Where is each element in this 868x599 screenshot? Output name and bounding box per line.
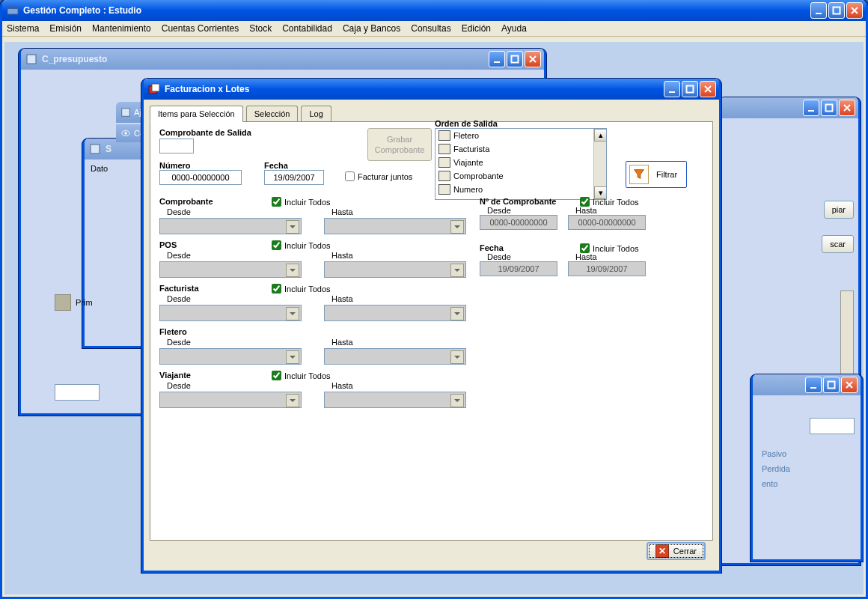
combo-comprobante-desde[interactable] <box>159 218 302 234</box>
batch-icon <box>148 83 160 95</box>
label-facturar-juntos: Facturar juntos <box>358 172 412 181</box>
label-ento: ento <box>762 479 777 488</box>
s-button-label: Prim <box>76 298 93 307</box>
presupuesto-titlebar[interactable]: C_presupuesto <box>21 49 544 70</box>
checkbox-icon[interactable] <box>438 144 450 154</box>
label-filter-fletero: Fletero <box>159 327 187 336</box>
svg-rect-3 <box>834 7 840 14</box>
menu-emision[interactable]: Emisión <box>49 23 82 34</box>
form-icon <box>89 143 101 155</box>
combo-viajante-desde[interactable] <box>159 392 302 408</box>
input-fecha-hasta[interactable] <box>568 261 646 276</box>
combo-pos-hasta[interactable] <box>324 261 466 278</box>
lotes-maximize-button[interactable] <box>682 81 698 97</box>
checkbox-icon[interactable] <box>438 130 450 141</box>
label-perdida: Perdida <box>762 464 790 473</box>
label-hasta: Hasta <box>331 207 466 216</box>
menu-mantenimiento[interactable]: Mantenimiento <box>92 23 151 34</box>
svg-rect-10 <box>810 387 816 389</box>
right-close-button[interactable] <box>839 100 855 116</box>
menu-ayuda[interactable]: Ayuda <box>501 23 527 34</box>
svg-rect-18 <box>687 86 694 93</box>
menu-cuentas-corrientes[interactable]: Cuentas Corrientes <box>162 23 239 34</box>
combo-fletero-desde[interactable] <box>159 348 302 365</box>
right2-maximize-button[interactable] <box>823 377 840 393</box>
input-fecha-desde[interactable] <box>480 261 557 276</box>
right2-minimize-button[interactable] <box>805 377 822 393</box>
eye-icon <box>120 128 131 139</box>
svg-rect-16 <box>152 84 159 91</box>
presupuesto-minimize-button[interactable] <box>489 51 505 67</box>
main-minimize-button[interactable] <box>810 2 827 19</box>
menu-caja-bancos[interactable]: Caja y Bancos <box>343 23 400 34</box>
label-pasivo: Pasivo <box>762 449 786 458</box>
label-orden-salida: Orden de Salida <box>435 119 607 128</box>
lotes-minimize-button[interactable] <box>664 81 680 97</box>
listbox-orden-salida[interactable]: Fletero Facturista Viajante Comprobante … <box>435 128 607 200</box>
combo-fletero-hasta[interactable] <box>324 348 466 365</box>
label-desde: Desde <box>167 207 302 216</box>
right2-input[interactable] <box>810 418 855 434</box>
cerrar-button[interactable]: ✕ Cerrar <box>647 542 706 560</box>
scroll-up-button[interactable]: ▴ <box>594 129 607 142</box>
main-titlebar: Gestión Completo : Estudio <box>2 0 866 21</box>
presupuesto-maximize-button[interactable] <box>507 51 523 67</box>
checkbox-icon[interactable] <box>438 171 450 181</box>
tab-seleccion[interactable]: Selección <box>246 106 299 122</box>
combo-facturista-desde[interactable] <box>159 305 302 321</box>
menu-contabilidad[interactable]: Contabilidad <box>282 23 332 34</box>
buscar-button-peek[interactable]: scar <box>822 235 854 253</box>
checkbox-incluir-viajante[interactable] <box>272 371 281 380</box>
input-comprobante-salida[interactable] <box>159 139 194 153</box>
checkbox-incluir-facturista[interactable] <box>272 284 281 294</box>
combo-comprobante-hasta[interactable] <box>324 218 466 234</box>
list-item: Comprobante <box>435 169 606 183</box>
tab-items[interactable]: Items para Selección <box>150 106 243 122</box>
combo-pos-desde[interactable] <box>159 261 302 278</box>
combo-viajante-hasta[interactable] <box>324 392 466 408</box>
svg-rect-7 <box>91 145 100 153</box>
right-maximize-button[interactable] <box>821 100 837 116</box>
menu-stock[interactable]: Stock <box>249 23 272 34</box>
label-filter-comprobante: Comprobante <box>159 197 213 206</box>
checkbox-incluir-comprobante[interactable] <box>272 197 281 207</box>
menu-sistema[interactable]: Sistema <box>7 23 39 34</box>
form-icon <box>25 53 37 65</box>
right2-close-button[interactable] <box>841 377 858 393</box>
svg-rect-8 <box>808 110 814 112</box>
menu-edicion[interactable]: Edición <box>462 23 491 34</box>
checkbox-incluir-fecha[interactable] <box>580 243 590 253</box>
svg-rect-9 <box>826 105 833 112</box>
input-fecha[interactable] <box>264 170 324 185</box>
input-numcomp-hasta[interactable] <box>568 215 646 230</box>
tab-log[interactable]: Log <box>301 106 331 122</box>
scrollbar[interactable]: ▴ ▾ <box>593 129 606 199</box>
filter-icon <box>629 165 649 184</box>
right-titlebar[interactable] <box>721 97 858 118</box>
svg-rect-4 <box>27 55 36 64</box>
input-numero[interactable] <box>159 170 242 185</box>
checkbox-icon[interactable] <box>438 157 450 168</box>
presupuesto-close-button[interactable] <box>525 51 541 67</box>
list-item: Fletero <box>435 129 606 142</box>
input-numcomp-desde[interactable] <box>480 215 557 230</box>
lotes-close-button[interactable] <box>700 81 716 97</box>
copiar-button-peek[interactable]: piar <box>824 201 854 219</box>
checkbox-icon[interactable] <box>438 184 450 195</box>
menu-consultas[interactable]: Consultas <box>411 23 450 34</box>
right-minimize-button[interactable] <box>803 100 819 116</box>
checkbox-facturar-juntos[interactable] <box>345 171 355 181</box>
filtrar-button[interactable]: Filtrar <box>626 161 687 188</box>
lotes-titlebar: Facturacion x Lotes <box>144 79 719 100</box>
primary-color-swatch[interactable] <box>55 294 71 311</box>
svg-rect-5 <box>494 61 500 63</box>
combo-facturista-hasta[interactable] <box>324 305 466 321</box>
s-input[interactable] <box>55 384 100 401</box>
main-close-button[interactable] <box>846 2 863 19</box>
right2-titlebar[interactable] <box>753 374 861 395</box>
main-maximize-button[interactable] <box>828 2 845 19</box>
label-numero: Número <box>159 161 242 170</box>
svg-rect-6 <box>512 56 519 63</box>
checkbox-incluir-num[interactable] <box>580 197 590 207</box>
checkbox-incluir-pos[interactable] <box>272 240 281 250</box>
